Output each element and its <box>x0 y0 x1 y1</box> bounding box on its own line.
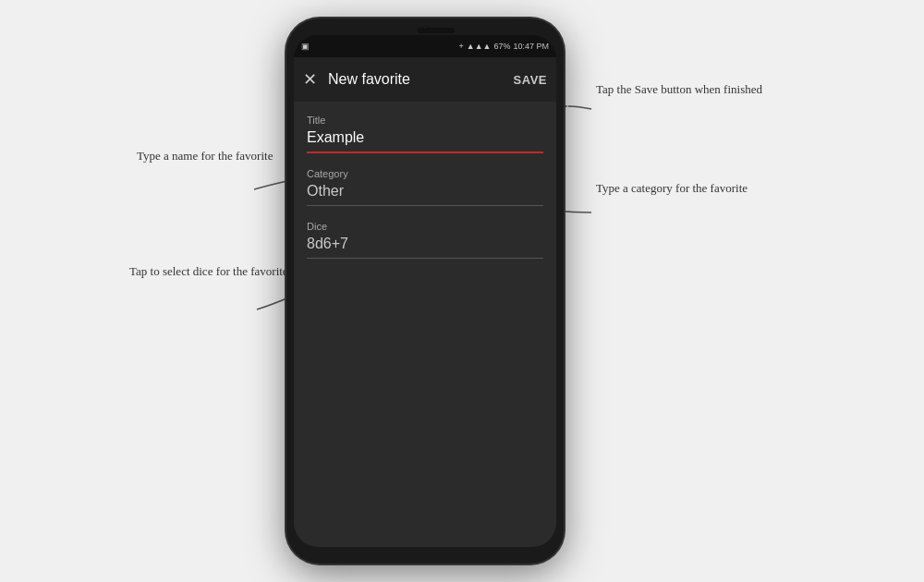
toolbar-title: New favorite <box>328 71 514 88</box>
status-bar: ▣ + ▲▲▲ 67% 10:47 PM <box>294 35 556 57</box>
dice-field-group: Dice 8d6+7 <box>307 221 543 259</box>
title-label: Title <box>307 115 543 126</box>
dice-label: Dice <box>307 221 543 232</box>
title-input[interactable]: Example <box>307 129 543 153</box>
annotation-tap-save: Tap the Save button when finished <box>596 81 762 98</box>
screenshot-icon: ▣ <box>301 42 310 51</box>
category-field-group: Category Other <box>307 168 543 206</box>
app-toolbar: ✕ New favorite SAVE <box>294 57 556 102</box>
battery-label: 67% <box>493 42 510 51</box>
annotation-tap-dice: Tap to select dice for the favorite <box>129 263 288 280</box>
bluetooth-icon: + <box>458 42 463 51</box>
annotation-type-name: Type a name for the favorite <box>137 148 273 164</box>
form-content: Title Example Category Other Dice 8d6+7 <box>294 102 556 547</box>
phone-speaker <box>418 28 455 33</box>
category-label: Category <box>307 168 543 179</box>
category-input[interactable]: Other <box>307 183 543 206</box>
screen-body: Title Example Category Other Dice 8d6+7 <box>294 102 556 547</box>
time-label: 10:47 PM <box>513 42 549 51</box>
status-icons: + ▲▲▲ 67% 10:47 PM <box>458 42 549 51</box>
annotation-type-category: Type a category for the favorite <box>596 180 748 197</box>
title-field-group: Title Example <box>307 115 543 153</box>
save-button[interactable]: SAVE <box>514 73 547 87</box>
dice-input[interactable]: 8d6+7 <box>307 236 543 259</box>
phone-screen: ▣ + ▲▲▲ 67% 10:47 PM ✕ New favorite SAVE… <box>294 35 556 547</box>
close-button[interactable]: ✕ <box>303 69 317 90</box>
signal-icon: ▲▲▲ <box>467 42 492 51</box>
phone-shell: ▣ + ▲▲▲ 67% 10:47 PM ✕ New favorite SAVE… <box>286 18 564 564</box>
